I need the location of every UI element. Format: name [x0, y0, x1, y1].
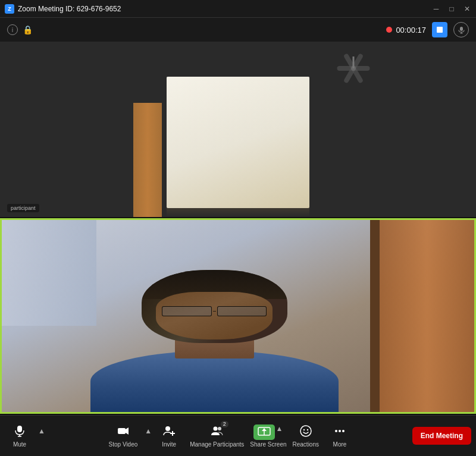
meeting-toolbar: Mute ▲ Stop Video ▲: [0, 415, 476, 456]
reactions-button[interactable]: Reactions: [288, 422, 324, 450]
svg-point-11: [213, 426, 217, 430]
video-area: participant: [0, 42, 476, 415]
video-icon: [117, 424, 130, 439]
title-bar: Z Zoom Meeting ID: 629-676-9652 ─ □ ✕: [0, 0, 476, 18]
stop-video-label: Stop Video: [109, 441, 138, 448]
svg-point-21: [342, 430, 345, 432]
stop-icon: [437, 27, 443, 33]
invite-label: Invite: [162, 441, 176, 448]
more-label: More: [333, 441, 347, 448]
maximize-button[interactable]: □: [447, 5, 456, 13]
reactions-icon: [299, 424, 312, 439]
svg-rect-6: [118, 428, 126, 434]
meeting-info-right: 00:00:17: [386, 22, 469, 37]
svg-point-8: [165, 426, 170, 431]
invite-button[interactable]: Invite: [154, 422, 184, 450]
info-icon[interactable]: i: [7, 24, 18, 35]
svg-point-18: [307, 429, 308, 430]
manage-participants-label: Manage Participants: [190, 441, 244, 448]
mute-button[interactable]: Mute: [5, 422, 35, 450]
end-meeting-button[interactable]: End Meeting: [412, 427, 471, 445]
more-button[interactable]: More: [325, 422, 355, 450]
toolbar-left-section: Mute ▲: [5, 422, 46, 450]
stop-recording-button[interactable]: [432, 22, 447, 37]
svg-point-17: [303, 429, 305, 430]
remote-participant-video: participant: [0, 42, 476, 217]
reactions-label: Reactions: [293, 441, 319, 448]
more-icon: [333, 424, 346, 439]
toolbar-right-section: End Meeting: [412, 427, 471, 445]
svg-rect-3: [17, 426, 22, 432]
svg-point-16: [300, 426, 311, 436]
stop-video-button[interactable]: Stop Video: [104, 422, 143, 450]
manage-participants-button[interactable]: 2 Manage Participants: [185, 422, 249, 450]
title-bar-left: Z Zoom Meeting ID: 629-676-9652: [5, 4, 121, 14]
svg-rect-0: [460, 27, 463, 31]
window-title: Zoom Meeting ID: 629-676-9652: [18, 5, 121, 13]
minimize-button[interactable]: ─: [432, 5, 440, 13]
mic-icon: [458, 26, 465, 34]
mute-chevron-button[interactable]: ▲: [37, 424, 46, 438]
meeting-info-left: i 🔒: [7, 24, 33, 35]
record-time: 00:00:17: [396, 26, 426, 34]
meeting-top-bar: i 🔒 00:00:17: [0, 18, 476, 42]
share-screen-icon: [253, 424, 275, 440]
zoom-logo: Z: [5, 4, 14, 14]
top-bar-mic-button[interactable]: [453, 22, 469, 37]
share-screen-chevron[interactable]: ▲: [275, 424, 283, 433]
video-chevron-button[interactable]: ▲: [143, 424, 153, 438]
mute-icon: [13, 424, 26, 439]
local-participant-video: [0, 218, 476, 414]
toolbar-center-section: Stop Video ▲ Invite: [104, 422, 355, 450]
title-bar-controls: ─ □ ✕: [432, 5, 471, 13]
share-screen-button[interactable]: ▲ Share Screen: [250, 424, 286, 448]
close-button[interactable]: ✕: [463, 5, 471, 13]
svg-marker-15: [262, 428, 267, 431]
invite-icon: [162, 424, 176, 439]
record-indicator: 00:00:17: [386, 26, 426, 34]
participants-icon: 2: [211, 424, 224, 439]
svg-marker-7: [126, 427, 129, 435]
lock-icon: 🔒: [23, 25, 33, 34]
remote-participant-label: participant: [7, 204, 39, 212]
mute-label: Mute: [13, 441, 26, 448]
svg-point-20: [339, 430, 341, 432]
participant-count-badge: 2: [221, 421, 228, 427]
svg-point-19: [335, 430, 337, 432]
share-screen-label: Share Screen: [250, 441, 286, 448]
svg-point-12: [218, 427, 221, 430]
record-dot: [386, 27, 392, 33]
